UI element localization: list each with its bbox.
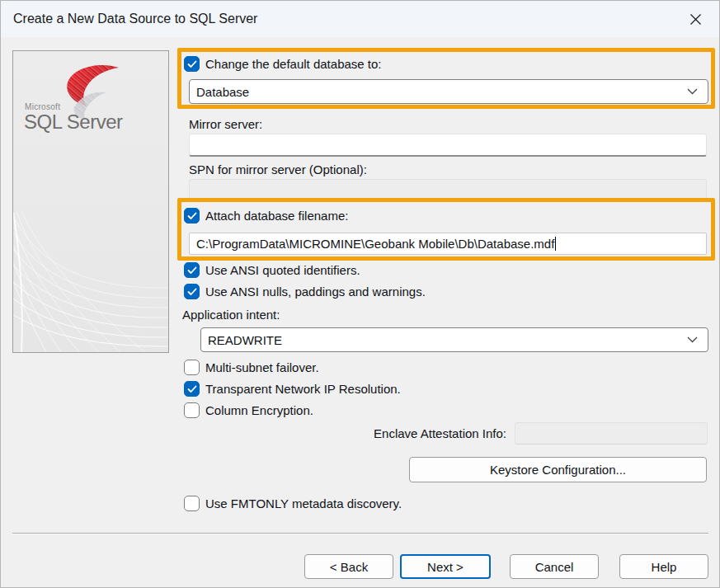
ansi-quoted-label: Use ANSI quoted identifiers. xyxy=(205,263,360,277)
column-encryption-label: Column Encryption. xyxy=(205,403,313,417)
sql-server-brand-panel: Microsoft SQL Server xyxy=(12,50,169,353)
application-intent-value: READWRITE xyxy=(208,333,282,347)
ansi-nulls-checkbox-row[interactable]: Use ANSI nulls, paddings and warnings. xyxy=(184,284,426,299)
ansi-nulls-checkbox[interactable] xyxy=(184,284,200,299)
attach-db-filename-value: C:\ProgramData\MICROMINE\Geobank Mobile\… xyxy=(196,237,554,251)
ansi-quoted-checkbox-row[interactable]: Use ANSI quoted identifiers. xyxy=(184,262,360,278)
enclave-attestation-label: Enclave Attestation Info: xyxy=(314,426,506,440)
fmtonly-label: Use FMTONLY metadata discovery. xyxy=(205,496,402,510)
attach-db-label: Attach database filename: xyxy=(205,209,348,223)
default-database-combobox[interactable]: Database xyxy=(189,79,708,104)
footer-separator xyxy=(12,533,708,534)
close-icon[interactable] xyxy=(680,4,711,34)
mirror-server-input[interactable] xyxy=(189,134,707,157)
checkmark-icon xyxy=(187,212,197,220)
attach-db-checkbox[interactable] xyxy=(184,208,200,223)
tnir-checkbox[interactable] xyxy=(184,381,200,397)
fmtonly-checkbox[interactable] xyxy=(184,496,200,511)
multi-subnet-checkbox-row[interactable]: Multi-subnet failover. xyxy=(184,360,319,375)
enclave-attestation-input xyxy=(515,422,708,445)
dialog-title: Create a New Data Source to SQL Server xyxy=(13,1,257,37)
checkmark-icon xyxy=(187,288,197,296)
checkmark-icon xyxy=(187,60,197,68)
checkmark-icon xyxy=(187,266,197,275)
default-database-value: Database xyxy=(196,85,249,99)
change-default-db-label: Change the default database to: xyxy=(205,57,382,71)
application-intent-label: Application intent: xyxy=(182,308,280,322)
keystore-configuration-button[interactable]: Keystore Configuration... xyxy=(409,457,707,482)
tnir-label: Transparent Network IP Resolution. xyxy=(205,382,401,396)
chevron-down-icon xyxy=(687,88,698,95)
attach-db-filename-input[interactable]: C:\ProgramData\MICROMINE\Geobank Mobile\… xyxy=(189,233,707,255)
spn-label: SPN for mirror server (Optional): xyxy=(189,162,367,176)
application-intent-combobox[interactable]: READWRITE xyxy=(200,327,708,352)
dialog-window: Create a New Data Source to SQL Server M… xyxy=(0,0,720,588)
help-button[interactable]: Help xyxy=(619,554,708,579)
column-encryption-checkbox[interactable] xyxy=(184,402,200,418)
tnir-checkbox-row[interactable]: Transparent Network IP Resolution. xyxy=(184,381,401,397)
text-cursor xyxy=(555,237,556,251)
wireframe-decoration xyxy=(13,212,168,352)
change-default-db-checkbox-row[interactable]: Change the default database to: xyxy=(184,56,382,72)
column-encryption-checkbox-row[interactable]: Column Encryption. xyxy=(184,402,313,418)
chevron-down-icon xyxy=(687,336,698,343)
attach-db-checkbox-row[interactable]: Attach database filename: xyxy=(184,208,348,223)
fmtonly-checkbox-row[interactable]: Use FMTONLY metadata discovery. xyxy=(184,496,402,511)
next-button[interactable]: Next > xyxy=(400,554,491,579)
multi-subnet-label: Multi-subnet failover. xyxy=(205,360,319,374)
cancel-button[interactable]: Cancel xyxy=(510,554,599,579)
brand-product-label: SQL Server xyxy=(24,111,123,134)
back-button[interactable]: < Back xyxy=(304,554,393,579)
multi-subnet-checkbox[interactable] xyxy=(184,360,200,375)
mirror-server-label: Mirror server: xyxy=(189,117,262,131)
ansi-nulls-label: Use ANSI nulls, paddings and warnings. xyxy=(205,285,426,299)
change-default-db-checkbox[interactable] xyxy=(184,56,200,72)
checkmark-icon xyxy=(187,385,197,393)
highlight-attach-db: Attach database filename: C:\ProgramData… xyxy=(177,198,715,261)
highlight-change-default-db: Change the default database to: Database xyxy=(177,48,715,109)
title-bar: Create a New Data Source to SQL Server xyxy=(1,1,719,37)
ansi-quoted-checkbox[interactable] xyxy=(184,262,200,278)
